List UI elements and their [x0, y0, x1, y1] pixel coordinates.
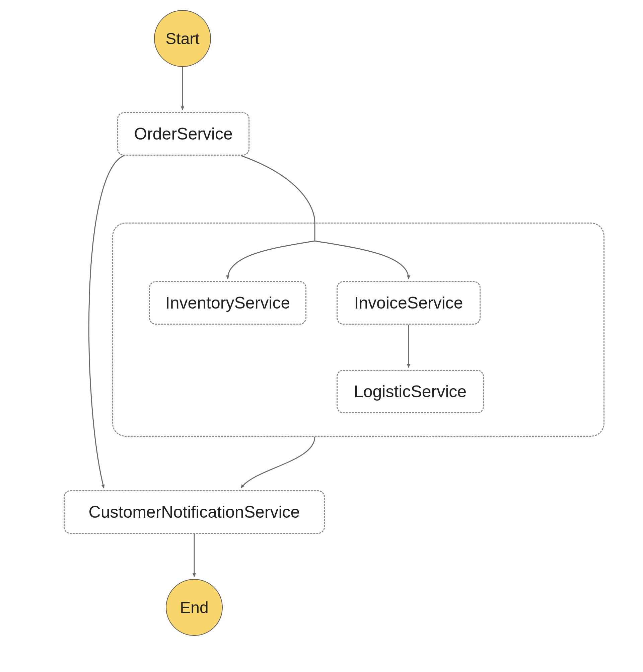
logistic-service-node: LogisticService — [337, 370, 484, 413]
invoice-service-node: InvoiceService — [337, 281, 481, 325]
end-label: End — [180, 598, 208, 617]
inventory-service-label: InventoryService — [166, 293, 290, 313]
logistic-service-label: LogisticService — [354, 382, 466, 401]
order-service-label: OrderService — [134, 124, 233, 144]
order-service-node: OrderService — [117, 112, 250, 155]
customer-notification-service-node: CustomerNotificationService — [64, 490, 325, 534]
start-label: Start — [166, 29, 199, 48]
invoice-service-label: InvoiceService — [354, 293, 463, 313]
customer-notification-service-label: CustomerNotificationService — [89, 502, 300, 522]
edge-group-to-notification — [241, 437, 315, 488]
diagram-canvas: Start OrderService InventoryService Invo… — [0, 0, 643, 672]
start-node: Start — [154, 10, 211, 67]
end-node: End — [166, 579, 223, 636]
inventory-service-node: InventoryService — [149, 281, 306, 325]
edge-order-to-group-stem — [241, 155, 315, 223]
